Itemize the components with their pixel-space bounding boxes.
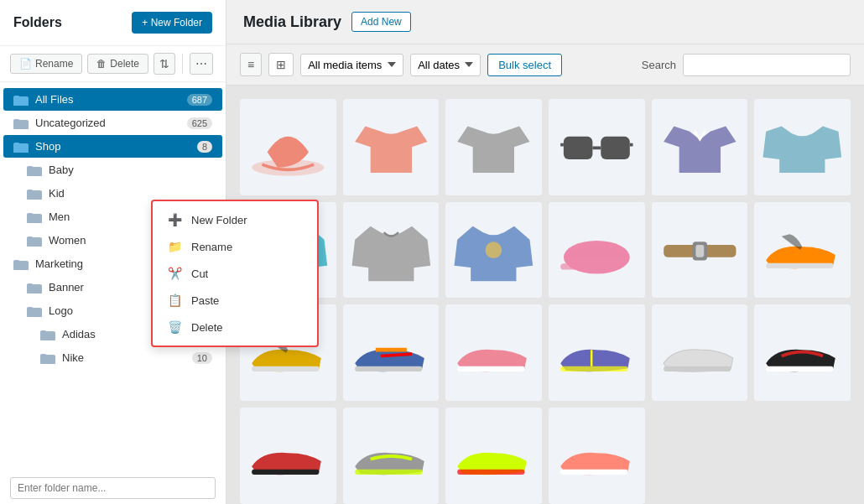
- context-menu-label-cut: Cut: [191, 268, 208, 280]
- list-view-button[interactable]: ≡: [240, 53, 262, 76]
- context-menu-icon-delete: 🗑️: [166, 320, 183, 334]
- folder-name: Uncategorized: [35, 117, 187, 129]
- search-input[interactable]: [683, 54, 851, 76]
- media-item[interactable]: [343, 408, 440, 504]
- media-item[interactable]: [754, 202, 851, 299]
- rename-icon: 📄: [19, 58, 32, 70]
- grid-view-button[interactable]: ⊞: [268, 53, 294, 76]
- folder-icon: [13, 141, 29, 153]
- rename-button[interactable]: 📄 Rename: [10, 54, 82, 74]
- media-item[interactable]: [549, 202, 645, 299]
- context-menu-label-delete: Delete: [191, 321, 223, 334]
- page-title: Media Library: [243, 13, 341, 31]
- media-item[interactable]: [549, 408, 645, 504]
- context-menu-label-rename: Rename: [191, 241, 232, 253]
- media-item[interactable]: [445, 304, 542, 401]
- media-item[interactable]: [445, 202, 542, 299]
- folder-icon: [27, 305, 42, 317]
- media-item[interactable]: [343, 304, 440, 401]
- media-item[interactable]: [445, 408, 542, 504]
- sidebar-item-nike[interactable]: Nike 10: [3, 346, 222, 369]
- main-content: Media Library Add New ≡ ⊞ All media item…: [226, 0, 864, 504]
- folder-icon: [27, 164, 42, 176]
- media-item[interactable]: [549, 99, 645, 195]
- media-grid: [240, 99, 851, 504]
- folder-icon: [27, 211, 42, 223]
- trash-icon: 🗑: [96, 58, 107, 70]
- sidebar-item-uncategorized[interactable]: Uncategorized 625: [3, 112, 222, 134]
- svg-rect-32: [252, 469, 319, 474]
- search-label: Search: [642, 59, 676, 71]
- folder-count: 8: [197, 141, 212, 153]
- svg-rect-28: [457, 366, 524, 372]
- svg-rect-26: [252, 366, 319, 372]
- folder-name: Baby: [49, 164, 212, 176]
- context-menu-icon-rename: 📁: [166, 240, 183, 253]
- folder-name: All Files: [35, 93, 187, 106]
- context-menu-icon-cut: ✂️: [166, 267, 183, 280]
- svg-rect-30: [664, 366, 731, 372]
- media-item[interactable]: [343, 202, 440, 299]
- folder-icon: [13, 258, 29, 270]
- media-item[interactable]: [240, 99, 336, 195]
- media-item[interactable]: [652, 202, 748, 299]
- new-folder-button[interactable]: + New Folder: [132, 12, 212, 34]
- sidebar-toolbar: 📄 Rename 🗑 Delete ⇅ ⋯: [0, 46, 226, 82]
- svg-rect-24: [695, 245, 704, 257]
- folder-icon: [27, 188, 42, 200]
- context-menu-item-delete[interactable]: 🗑️ Delete: [153, 314, 317, 340]
- sort-button[interactable]: ⇅: [154, 53, 175, 75]
- svg-rect-13: [564, 137, 593, 159]
- folder-input-wrap: [0, 472, 226, 504]
- svg-rect-25: [766, 263, 833, 268]
- media-item[interactable]: [343, 99, 440, 195]
- media-item[interactable]: [754, 304, 851, 401]
- svg-rect-31: [766, 366, 833, 372]
- folder-icon: [13, 117, 29, 129]
- sidebar-header: Folders + New Folder: [0, 0, 226, 46]
- bulk-select-button[interactable]: Bulk select: [487, 54, 562, 76]
- folder-name: Nike: [62, 351, 192, 364]
- context-menu-item-cut[interactable]: ✂️ Cut: [153, 260, 317, 287]
- add-new-button[interactable]: Add New: [351, 12, 411, 32]
- media-item[interactable]: [445, 99, 542, 195]
- context-menu-item-paste[interactable]: 📋 Paste: [153, 287, 317, 314]
- svg-rect-29: [560, 366, 627, 372]
- folder-icon: [40, 352, 55, 364]
- sidebar-item-baby[interactable]: Baby: [3, 158, 222, 181]
- media-toolbar: ≡ ⊞ All media items Images Videos Audio …: [226, 44, 864, 86]
- context-menu-label-new-folder: New Folder: [191, 214, 247, 226]
- svg-rect-14: [601, 137, 630, 159]
- media-item[interactable]: [754, 99, 851, 195]
- context-menu: ➕ New Folder 📁 Rename ✂️ Cut 📋 Paste 🗑️ …: [151, 200, 319, 347]
- folder-count: 10: [192, 352, 212, 364]
- divider: [182, 54, 183, 74]
- svg-rect-27: [355, 366, 422, 372]
- media-filter-select[interactable]: All media items Images Videos Audio: [300, 54, 403, 76]
- date-filter-select[interactable]: All dates 2024 2023: [410, 54, 481, 76]
- folder-name-input[interactable]: [10, 477, 216, 499]
- folder-icon: [40, 329, 55, 340]
- svg-point-19: [486, 242, 502, 258]
- media-grid-wrap: [226, 86, 864, 504]
- folder-icon: [27, 282, 42, 294]
- main-header: Media Library Add New: [226, 0, 864, 44]
- context-menu-item-new-folder[interactable]: ➕ New Folder: [153, 206, 317, 233]
- context-menu-icon-paste: 📋: [166, 294, 183, 307]
- svg-rect-21: [560, 263, 583, 269]
- media-item[interactable]: [652, 99, 748, 195]
- media-item[interactable]: [549, 304, 645, 401]
- svg-rect-33: [355, 469, 422, 474]
- folder-count: 687: [187, 94, 212, 106]
- folder-icon: [27, 235, 42, 247]
- sidebar-item-all-files[interactable]: All Files 687: [3, 88, 222, 111]
- svg-rect-34: [457, 469, 524, 474]
- context-menu-icon-new-folder: ➕: [166, 213, 183, 226]
- media-item[interactable]: [240, 408, 336, 504]
- media-item[interactable]: [652, 304, 748, 401]
- sidebar-item-shop[interactable]: Shop 8: [3, 135, 222, 158]
- more-options-button[interactable]: ⋯: [190, 53, 213, 75]
- delete-button[interactable]: 🗑 Delete: [87, 54, 148, 74]
- context-menu-label-paste: Paste: [191, 294, 219, 307]
- context-menu-item-rename[interactable]: 📁 Rename: [153, 233, 317, 260]
